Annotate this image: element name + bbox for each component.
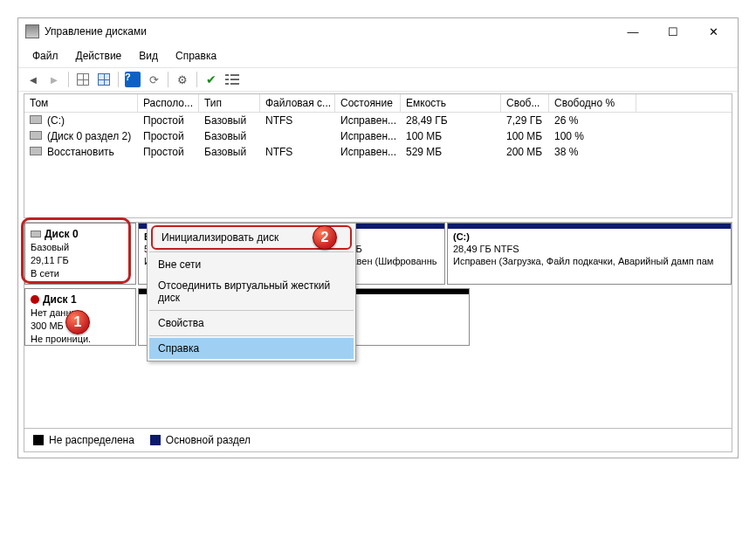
disk1-status: Не проиници. xyxy=(31,334,91,344)
ctx-initialize-disk[interactable]: Инициализировать диск xyxy=(151,225,352,250)
part-line2: 28,49 ГБ NTFS xyxy=(453,244,519,254)
cell-free: 200 МБ xyxy=(501,144,549,160)
drive-icon xyxy=(31,231,41,238)
disk0-size: 29,11 ГБ xyxy=(31,255,69,265)
cell-free: 7,29 ГБ xyxy=(501,113,549,128)
cell-pct: 26 % xyxy=(549,113,636,128)
toolbar-separator xyxy=(196,72,197,87)
window-title: Управление дисками xyxy=(45,25,621,38)
ctx-separator xyxy=(149,310,354,311)
apply-button[interactable]: ✔ xyxy=(202,70,221,89)
cell-capacity: 529 МБ xyxy=(401,144,501,160)
col-capacity[interactable]: Емкость xyxy=(401,94,501,112)
cell-status: Исправен... xyxy=(335,128,401,144)
menu-file[interactable]: Файл xyxy=(25,48,65,64)
disk1-size: 300 МБ xyxy=(31,320,64,331)
maximize-button[interactable]: ☐ xyxy=(661,23,685,40)
view-grid-button[interactable] xyxy=(94,70,113,89)
partition-bar-icon xyxy=(448,224,731,229)
disk0-name: Диск 0 xyxy=(45,228,79,240)
part-title: (C:) xyxy=(453,231,470,242)
cell-capacity: 28,49 ГБ xyxy=(401,113,501,128)
menu-view[interactable]: Вид xyxy=(132,48,165,64)
cell-layout: Простой xyxy=(138,128,199,144)
disk1-type: Нет данных xyxy=(31,307,83,318)
disk0-status: В сети xyxy=(31,268,59,279)
cell-volume: Восстановить xyxy=(24,144,138,160)
cell-pct: 100 % xyxy=(549,128,636,144)
col-free[interactable]: Своб... xyxy=(501,94,549,112)
col-filesystem[interactable]: Файловая с... xyxy=(260,94,335,112)
table-row[interactable]: (C:) Простой Базовый NTFS Исправен... 28… xyxy=(24,113,732,128)
disk-row-0: Диск 0 Базовый 29,11 ГБ В сети Восстанов… xyxy=(24,223,732,288)
cell-fs xyxy=(260,128,335,144)
view-button[interactable] xyxy=(73,70,93,89)
col-free-pct[interactable]: Свободно % xyxy=(549,94,636,112)
ctx-detach-vhd[interactable]: Отсоединить виртуальный жесткий диск xyxy=(149,275,354,308)
part-line3: Исправен (Загрузка, Файл подкачки, Авари… xyxy=(453,256,713,266)
refresh-button[interactable]: ⟳ xyxy=(144,70,163,89)
forward-button[interactable]: ► xyxy=(45,70,64,89)
cell-capacity: 100 МБ xyxy=(401,128,501,144)
col-type[interactable]: Тип xyxy=(199,94,260,112)
table-body: (C:) Простой Базовый NTFS Исправен... 28… xyxy=(24,113,732,217)
toolbar-separator xyxy=(118,72,119,87)
context-menu: Инициализировать диск Вне сети Отсоедини… xyxy=(147,223,356,362)
cell-fs: NTFS xyxy=(260,113,335,128)
ctx-offline[interactable]: Вне сети xyxy=(149,254,354,275)
cell-layout: Простой xyxy=(138,144,199,160)
help-button[interactable]: ? xyxy=(123,70,142,89)
disk-management-window: Управление дисками — ☐ ✕ Файл Действие В… xyxy=(17,17,739,458)
cell-type: Базовый xyxy=(199,144,260,160)
disk0-type: Базовый xyxy=(31,242,69,252)
cell-volume: (C:) xyxy=(24,113,138,128)
error-icon xyxy=(31,295,39,304)
menubar: Файл Действие Вид Справка xyxy=(18,45,738,67)
app-icon xyxy=(25,24,39,38)
cell-status: Исправен... xyxy=(335,113,401,128)
partition-c[interactable]: (C:) 28,49 ГБ NTFS Исправен (Загрузка, Ф… xyxy=(447,223,732,285)
back-button[interactable]: ◄ xyxy=(24,70,43,89)
volume-table: Том Располо... Тип Файловая с... Состоян… xyxy=(24,93,732,218)
legend-primary: Основной раздел xyxy=(150,434,251,446)
col-volume[interactable]: Том xyxy=(24,94,138,112)
swatch-black-icon xyxy=(33,435,44,445)
toolbar-separator xyxy=(68,72,69,87)
ctx-help[interactable]: Справка xyxy=(149,338,354,359)
minimize-button[interactable]: — xyxy=(621,23,645,40)
swatch-navy-icon xyxy=(150,435,161,445)
cell-type: Базовый xyxy=(199,128,260,144)
cell-type: Базовый xyxy=(199,113,260,128)
ctx-separator xyxy=(149,251,354,252)
table-row[interactable]: (Диск 0 раздел 2) Простой Базовый Исправ… xyxy=(24,128,732,144)
legend-unallocated: Не распределена xyxy=(33,434,134,446)
table-header: Том Располо... Тип Файловая с... Состоян… xyxy=(24,94,732,113)
cell-volume: (Диск 0 раздел 2) xyxy=(24,128,138,144)
ctx-separator xyxy=(149,335,354,336)
close-button[interactable]: ✕ xyxy=(701,23,725,40)
disk0-info[interactable]: Диск 0 Базовый 29,11 ГБ В сети xyxy=(24,223,136,285)
cell-pct: 38 % xyxy=(549,144,636,160)
disk1-name: Диск 1 xyxy=(43,293,77,306)
settings-button[interactable]: ⚙ xyxy=(173,70,192,89)
disk-row-1: Диск 1 Нет данных 300 МБ Не проиници. Ин… xyxy=(24,288,732,428)
window-buttons: — ☐ ✕ xyxy=(621,23,725,40)
legend: Не распределена Основной раздел xyxy=(24,429,732,452)
titlebar: Управление дисками — ☐ ✕ xyxy=(18,18,738,45)
cell-fs: NTFS xyxy=(260,144,335,160)
list-view-button[interactable] xyxy=(223,70,242,89)
cell-layout: Простой xyxy=(138,113,199,128)
cell-free: 100 МБ xyxy=(501,128,549,144)
toolbar-separator xyxy=(168,72,168,87)
table-row[interactable]: Восстановить Простой Базовый NTFS Исправ… xyxy=(24,144,732,160)
disk1-info[interactable]: Диск 1 Нет данных 300 МБ Не проиници. xyxy=(24,288,136,346)
ctx-properties[interactable]: Свойства xyxy=(149,313,354,334)
col-layout[interactable]: Располо... xyxy=(138,94,199,112)
toolbar: ◄ ► ? ⟳ ⚙ ✔ xyxy=(18,67,738,92)
menu-action[interactable]: Действие xyxy=(69,48,129,64)
cell-status: Исправен... xyxy=(335,144,401,160)
disk-panes: Диск 0 Базовый 29,11 ГБ В сети Восстанов… xyxy=(24,222,732,429)
menu-help[interactable]: Справка xyxy=(168,48,223,64)
col-status[interactable]: Состояние xyxy=(335,94,401,112)
